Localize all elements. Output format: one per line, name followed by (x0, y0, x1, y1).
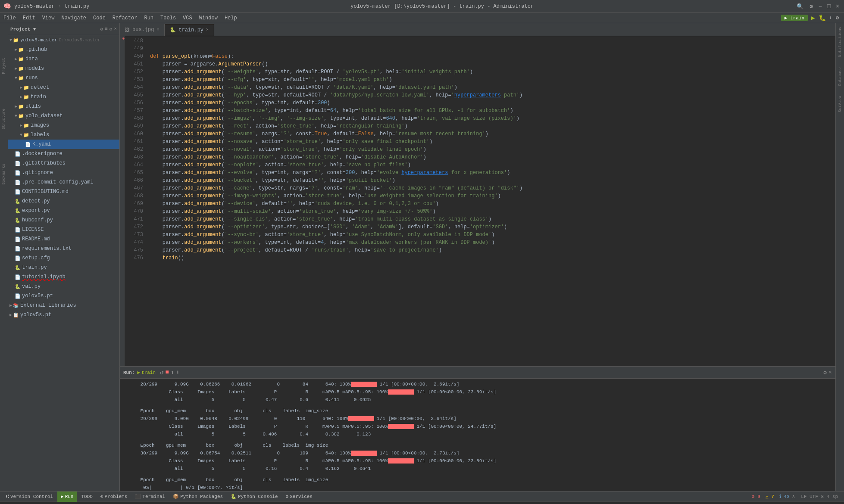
tree-readme[interactable]: 📄README.md (8, 234, 119, 244)
run-button[interactable]: ▶ (811, 14, 815, 22)
code-content[interactable]: def parse_opt(known=False): parser = arg… (147, 36, 835, 366)
run-close-icon[interactable]: × (828, 369, 832, 376)
status-vcs[interactable]: ⑆ Version Control (3, 492, 56, 502)
info-count[interactable]: ℹ 43 (777, 494, 792, 499)
tree-runs[interactable]: ▼📁runs (8, 73, 119, 83)
run-restart-icon[interactable]: ↺ (160, 369, 163, 376)
database-label[interactable]: Database (838, 67, 842, 86)
tree-license[interactable]: 📄LICENSE (8, 225, 119, 234)
tree-utils[interactable]: ▶📁utils (8, 102, 119, 111)
project-sync-icon[interactable]: ⚙ (100, 26, 103, 32)
menu-view[interactable]: View (39, 14, 58, 22)
menu-tools[interactable]: Tools (157, 14, 179, 22)
menu-run[interactable]: Run (141, 14, 157, 22)
menu-file[interactable]: File (0, 14, 19, 22)
tree-requirements[interactable]: 📄requirements.txt (8, 244, 119, 253)
code-editor[interactable]: ⊗ 448 449 450 451 452 453 454 455 456 45… (120, 36, 835, 366)
tab-train-label: train.py (178, 27, 203, 33)
sciview-label[interactable]: SciView (838, 96, 842, 112)
run-line-7: all 5 5 0.406 0.4 0.382 0.123 (123, 430, 832, 438)
tree-dockerignore[interactable]: 📄.dockerignore (8, 149, 119, 159)
status-problems[interactable]: ⊗ Problems (97, 492, 131, 502)
tree-train-folder[interactable]: ▶📁train (8, 92, 119, 102)
run-scroll-top-icon[interactable]: ⬆ (171, 369, 174, 376)
tree-k-yaml[interactable]: 📄K.yaml (8, 140, 119, 149)
tree-train-py[interactable]: 🐍train.py (8, 263, 119, 272)
tab-bus-label: bus.jpg (132, 27, 154, 33)
vcs-icon: ⑆ (6, 494, 9, 499)
tree-github[interactable]: ▶📁.github (8, 45, 119, 54)
bookmarks-side-label[interactable]: Bookmarks (2, 164, 6, 185)
tab-train-py[interactable]: 🐍 train.py × (165, 24, 214, 36)
status-services[interactable]: ⚙ Services (282, 492, 316, 502)
expand-icon[interactable]: ∧ (792, 494, 795, 499)
error-count[interactable]: ⊗ 9 (749, 494, 763, 499)
status-python-console[interactable]: 🐍 Python Console (227, 492, 281, 502)
notifications-label[interactable]: Notifications (838, 27, 842, 57)
status-todo[interactable]: TODO (78, 492, 96, 502)
tab-bus-jpg[interactable]: 🖼 bus.jpg × (120, 24, 165, 36)
project-collapse-icon[interactable]: ≡ (105, 26, 108, 32)
structure-side-label[interactable]: Structure (2, 109, 6, 130)
tree-gitignore[interactable]: 📄.gitignore (8, 168, 119, 177)
tree-contributing[interactable]: 📄CONTRIBUTING.md (8, 187, 119, 196)
tree-yolov5s[interactable]: 📄yolov5s.pt (8, 291, 119, 301)
tree-val-py[interactable]: 🐍val.py (8, 282, 119, 291)
run-panel: Run: ▶ train ↺ ■ ⬆ ⬇ ⚙ × (120, 366, 835, 491)
project-panel-icons: ⚙ ≡ ⚙ × (100, 26, 117, 32)
run-status-icon: ▶ (61, 494, 64, 499)
menu-navigate[interactable]: Navigate (58, 14, 90, 22)
tree-scratches[interactable]: ▶📋yolov5s.pt (8, 310, 119, 320)
run-config-name[interactable]: ▶ train (137, 370, 156, 375)
tree-hubconf-py[interactable]: 🐍hubconf.py (8, 215, 119, 225)
tree-precommit[interactable]: 📄.pre-commit-config.yaml (8, 177, 119, 187)
menu-help[interactable]: Help (221, 14, 241, 22)
menu-vcs[interactable]: VCS (179, 14, 196, 22)
project-side-label[interactable]: Project (2, 58, 6, 74)
menu-edit[interactable]: Edit (19, 14, 39, 22)
status-python-packages[interactable]: 📦 Python Packages (169, 492, 226, 502)
titlebar-left: 🧠 yolov5-master › train.py (3, 3, 89, 10)
tree-root[interactable]: ▼ 📁 yolov5-master D:\yolov5-master (8, 35, 119, 45)
run-line-10: Class Images Labels P R mAP0.5 mAP0.5:.9… (123, 457, 832, 465)
tree-yolo-dataset[interactable]: ▼📁yolo_dataset (8, 111, 119, 121)
tree-images[interactable]: ▶📁images (8, 121, 119, 130)
tree-export-py[interactable]: 🐍export.py (8, 206, 119, 215)
run-line-1: 28/299 9.09G 0.06266 0.01962 0 84 640: 1… (123, 380, 832, 388)
toolbar-settings-icon[interactable]: ⚙ (808, 3, 815, 10)
run-stop-icon[interactable]: ■ (165, 369, 169, 376)
gutter: ⊗ (120, 36, 125, 366)
status-run[interactable]: ▶ Run (57, 492, 77, 502)
minimize-button[interactable]: − (817, 3, 823, 9)
tree-detect[interactable]: ▶📁detect (8, 83, 119, 92)
menu-window[interactable]: Window (196, 14, 221, 22)
project-settings-icon[interactable]: ⚙ (109, 26, 113, 32)
run-scroll-bottom-icon[interactable]: ⬇ (176, 369, 179, 376)
menu-refactor[interactable]: Refactor (109, 14, 141, 22)
tree-detect-py[interactable]: 🐍detect.py (8, 196, 119, 206)
toolbar-gear[interactable]: ⚙ (836, 15, 839, 21)
toolbar-search-icon[interactable]: 🔍 (795, 3, 805, 10)
tree-labels[interactable]: ▼📁labels (8, 130, 119, 140)
menu-code[interactable]: Code (90, 14, 109, 22)
close-button[interactable]: × (835, 3, 841, 9)
python-packages-icon: 📦 (173, 494, 179, 499)
tree-tutorial[interactable]: 📄tutorial.ipynb (8, 272, 119, 282)
tree-external-libs[interactable]: ▶📚External Libraries (8, 301, 119, 310)
run-line-blank1 (123, 404, 832, 407)
tab-train-close[interactable]: × (206, 28, 209, 32)
tree-gitattributes[interactable]: 📄.gitattributes (8, 159, 119, 168)
warning-count[interactable]: △ 7 (763, 494, 777, 499)
tree-setup-cfg[interactable]: 📄setup.cfg (8, 253, 119, 263)
tab-bus-close[interactable]: × (156, 28, 159, 32)
git-button[interactable]: ⬆ (829, 15, 832, 21)
maximize-button[interactable]: □ (826, 3, 832, 9)
debug-button[interactable]: 🐛 (819, 14, 826, 22)
status-terminal[interactable]: ⬛ Terminal (131, 492, 169, 502)
run-config-badge[interactable]: ▶ train (781, 15, 808, 21)
tree-models[interactable]: ▶📁models (8, 64, 119, 73)
notifications-sidebar: Notifications Database SciView (835, 23, 844, 491)
project-close-icon[interactable]: × (114, 26, 117, 32)
tree-data[interactable]: ▶📁data (8, 54, 119, 64)
run-settings-icon[interactable]: ⚙ (823, 369, 827, 376)
